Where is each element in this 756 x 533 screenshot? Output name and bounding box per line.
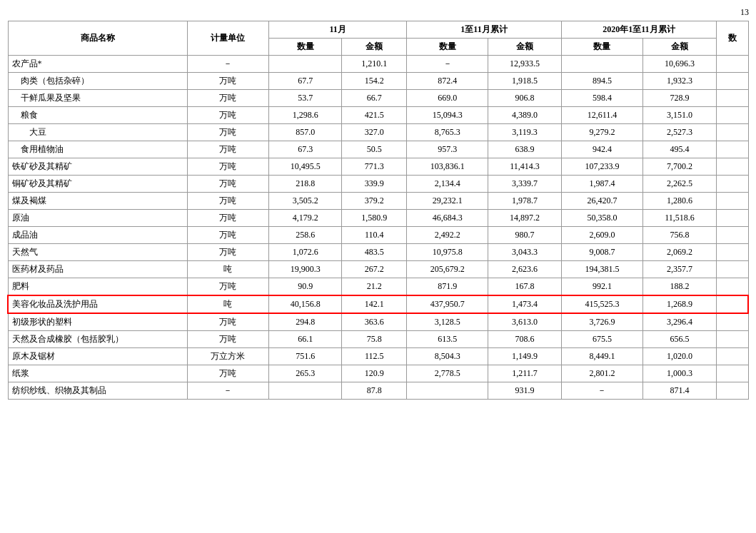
cell-prev-ytd-qty: 2,609.0 <box>561 227 642 244</box>
cell-name: 肥料 <box>8 278 187 296</box>
cell-ytd-amt: 11,414.3 <box>488 158 561 176</box>
cell-nov-amt: 421.5 <box>342 107 407 124</box>
cell-prev-ytd-qty: 9,008.7 <box>561 244 642 261</box>
cell-unit: 万吨 <box>187 158 268 176</box>
cell-ytd-qty: 669.0 <box>407 90 488 107</box>
cell-ytd-qty: 957.3 <box>407 141 488 158</box>
cell-unit: 万吨 <box>187 107 268 124</box>
cell-nov-amt: 142.1 <box>342 295 407 313</box>
cell-name: 干鲜瓜果及坚果 <box>8 90 187 107</box>
cell-prev-ytd-amt: 3,151.0 <box>643 107 717 124</box>
cell-nov-qty: 751.6 <box>268 348 341 365</box>
cell-prev-ytd-amt: 7,700.2 <box>643 158 717 176</box>
cell-ytd-amt: 708.6 <box>488 331 561 348</box>
cell-ratio <box>716 365 748 382</box>
cell-nov-amt: 120.9 <box>342 365 407 382</box>
table-row: 纺织纱线、织物及其制品－87.8931.9－871.4 <box>8 382 748 400</box>
cell-prev-ytd-qty: 26,420.7 <box>561 193 642 210</box>
cell-prev-ytd-qty: 194,381.5 <box>561 261 642 278</box>
cell-ytd-qty: 8,504.3 <box>407 348 488 365</box>
table-row: 天然气万吨1,072.6483.510,975.83,043.39,008.72… <box>8 244 748 261</box>
cell-ratio <box>716 158 748 176</box>
cell-name: 初级形状的塑料 <box>8 313 187 331</box>
cell-nov-amt: 771.3 <box>342 158 407 176</box>
table-row: 肉类（包括杂碎）万吨67.7154.2872.41,918.5894.51,93… <box>8 73 748 90</box>
col-header-prev-ytd: 2020年1至11月累计 <box>561 21 716 39</box>
cell-prev-ytd-amt: 2,262.5 <box>643 176 717 193</box>
cell-nov-amt: 75.8 <box>342 331 407 348</box>
cell-nov-amt: 363.6 <box>342 313 407 331</box>
cell-unit: 万吨 <box>187 313 268 331</box>
cell-ytd-amt: 1,211.7 <box>488 365 561 382</box>
cell-nov-amt: 154.2 <box>342 73 407 90</box>
cell-prev-ytd-amt: 1,020.0 <box>643 348 717 365</box>
cell-ytd-amt: 167.8 <box>488 278 561 296</box>
cell-ytd-qty: 2,134.4 <box>407 176 488 193</box>
cell-ytd-amt: 3,339.7 <box>488 176 561 193</box>
cell-unit: 万吨 <box>187 124 268 141</box>
cell-prev-ytd-amt: 2,357.7 <box>643 261 717 278</box>
cell-ytd-amt: 3,613.0 <box>488 313 561 331</box>
cell-ytd-amt: 3,043.3 <box>488 244 561 261</box>
cell-prev-ytd-amt: 656.5 <box>643 331 717 348</box>
cell-ytd-qty: － <box>407 56 488 73</box>
cell-ytd-amt: 1,473.4 <box>488 295 561 313</box>
cell-ytd-amt: 906.8 <box>488 90 561 107</box>
table-row: 大豆万吨857.0327.08,765.33,119.39,279.22,527… <box>8 124 748 141</box>
table-row: 食用植物油万吨67.350.5957.3638.9942.4495.4 <box>8 141 748 158</box>
cell-ytd-amt: 1,918.5 <box>488 73 561 90</box>
cell-ytd-amt: 4,389.0 <box>488 107 561 124</box>
cell-ytd-qty: 103,836.1 <box>407 158 488 176</box>
cell-prev-ytd-qty <box>561 56 642 73</box>
cell-nov-qty: 218.8 <box>268 176 341 193</box>
col-subheader-nov-qty: 数量 <box>268 39 341 56</box>
cell-prev-ytd-amt: 495.4 <box>643 141 717 158</box>
table-row: 农产品*－1,210.1－12,933.510,696.3 <box>8 56 748 73</box>
cell-ratio <box>716 107 748 124</box>
cell-ratio <box>716 176 748 193</box>
cell-ytd-qty: 10,975.8 <box>407 244 488 261</box>
cell-name: 成品油 <box>8 227 187 244</box>
cell-ratio <box>716 278 748 296</box>
cell-ratio <box>716 56 748 73</box>
cell-prev-ytd-amt: 188.2 <box>643 278 717 296</box>
cell-ytd-qty: 871.9 <box>407 278 488 296</box>
cell-ytd-amt: 931.9 <box>488 382 561 400</box>
cell-prev-ytd-qty: 992.1 <box>561 278 642 296</box>
cell-prev-ytd-qty: 107,233.9 <box>561 158 642 176</box>
cell-prev-ytd-amt: 1,000.3 <box>643 365 717 382</box>
cell-nov-amt: 339.9 <box>342 176 407 193</box>
cell-nov-amt: 21.2 <box>342 278 407 296</box>
cell-unit: 万吨 <box>187 193 268 210</box>
cell-unit: 万吨 <box>187 176 268 193</box>
col-subheader-ytd-amt: 金额 <box>488 39 561 56</box>
cell-ytd-qty: 15,094.3 <box>407 107 488 124</box>
cell-prev-ytd-amt: 1,268.9 <box>643 295 717 313</box>
cell-unit: 万吨 <box>187 278 268 296</box>
table-row: 成品油万吨258.6110.42,492.2980.72,609.0756.8 <box>8 227 748 244</box>
cell-prev-ytd-qty: 3,726.9 <box>561 313 642 331</box>
cell-prev-ytd-qty: 50,358.0 <box>561 210 642 227</box>
table-row: 铁矿砂及其精矿万吨10,495.5771.3103,836.111,414.31… <box>8 158 748 176</box>
cell-unit: 万吨 <box>187 73 268 90</box>
cell-nov-amt: 112.5 <box>342 348 407 365</box>
cell-name: 大豆 <box>8 124 187 141</box>
cell-name: 天然气 <box>8 244 187 261</box>
cell-ratio <box>716 261 748 278</box>
cell-prev-ytd-qty: 894.5 <box>561 73 642 90</box>
cell-name: 煤及褐煤 <box>8 193 187 210</box>
cell-nov-qty: 40,156.8 <box>268 295 341 313</box>
cell-name: 食用植物油 <box>8 141 187 158</box>
cell-nov-amt: 50.5 <box>342 141 407 158</box>
cell-name: 铜矿砂及其精矿 <box>8 176 187 193</box>
cell-ratio <box>716 382 748 400</box>
cell-name: 医药材及药品 <box>8 261 187 278</box>
cell-nov-amt: 1,580.9 <box>342 210 407 227</box>
cell-ytd-qty: 437,950.7 <box>407 295 488 313</box>
cell-ytd-qty: 3,128.5 <box>407 313 488 331</box>
data-table: 商品名称 计量单位 11月 1至11月累计 2020年1至11月累计 数 数量 … <box>7 21 749 400</box>
cell-nov-qty: 67.7 <box>268 73 341 90</box>
cell-prev-ytd-amt: 728.9 <box>643 90 717 107</box>
col-subheader-prev-ytd-amt: 金额 <box>643 39 717 56</box>
page-number: 13 <box>7 7 749 18</box>
